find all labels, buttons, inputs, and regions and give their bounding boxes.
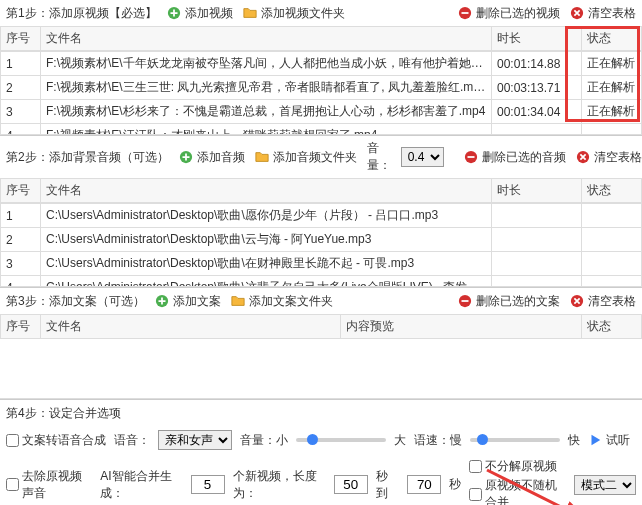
no-split-checkbox[interactable]: 不分解原视频: [469, 458, 566, 475]
plus-icon: [155, 294, 169, 308]
volume-select[interactable]: 0.4: [401, 147, 444, 167]
ai-gen-label: AI智能合并生成：: [100, 468, 182, 502]
tts-checkbox[interactable]: 文案转语音合成: [6, 432, 106, 449]
table-row[interactable]: 4F:\视频素材\E\汪汪队：才刚来山上，猫咪莉莉就想回家了.mp4: [1, 124, 642, 136]
clear-icon: [570, 6, 584, 20]
table-row[interactable]: 1C:\Users\Administrator\Desktop\歌曲\愿你仍是少…: [1, 204, 642, 228]
folder-icon: [231, 294, 245, 308]
audio-table-header: 序号 文件名 时长 状态: [0, 178, 642, 203]
step4-section: 第4步：设定合并选项 文案转语音合成 语音： 亲和女声 音量：小 大 语速：慢 …: [0, 400, 642, 505]
ai-count-input[interactable]: [191, 475, 225, 494]
col-dur[interactable]: 时长: [492, 27, 582, 51]
clear-audio-table-button[interactable]: 清空表格: [576, 149, 642, 166]
clear-icon: [570, 294, 584, 308]
step4-toolbar: 第4步：设定合并选项: [0, 400, 642, 426]
add-video-folder-button[interactable]: 添加视频文件夹: [243, 5, 345, 22]
folder-icon: [255, 150, 269, 164]
table-row[interactable]: 1F:\视频素材\E\千年妖龙龙南被夺坠落凡间，人人都把他当成小妖，唯有他护着她…: [1, 52, 642, 76]
step4-label: 第4步：设定合并选项: [6, 405, 121, 422]
step1-section: 第1步：添加原视频【必选】 添加视频 添加视频文件夹 删除已选的视频 清空表格 …: [0, 0, 642, 136]
preview-button[interactable]: 试听: [588, 432, 630, 449]
clear-text-table-button[interactable]: 清空表格: [570, 293, 636, 310]
add-video-button[interactable]: 添加视频: [167, 5, 233, 22]
table-row[interactable]: 3F:\视频素材\E\杉杉来了：不愧是霸道总裁，首尾拥抱让人心动，杉杉都害羞了.…: [1, 100, 642, 124]
delete-selected-video-label: 删除已选的视频: [476, 5, 560, 22]
col-name[interactable]: 文件名: [41, 27, 492, 51]
video-table-body[interactable]: 1F:\视频素材\E\千年妖龙龙南被夺坠落凡间，人人都把他当成小妖，唯有他护着她…: [0, 51, 642, 135]
len-to-input[interactable]: [407, 475, 441, 494]
delete-icon: [458, 6, 472, 20]
voice-label: 语音：: [114, 432, 150, 449]
step1-label: 第1步：添加原视频【必选】: [6, 5, 157, 22]
step3-label: 第3步：添加文案（可选）: [6, 293, 145, 310]
delete-selected-audio-button[interactable]: 删除已选的音频: [464, 149, 566, 166]
plus-icon: [179, 150, 193, 164]
delete-selected-video-button[interactable]: 删除已选的视频: [458, 5, 560, 22]
table-row[interactable]: 2C:\Users\Administrator\Desktop\歌曲\云与海 -…: [1, 228, 642, 252]
add-video-label: 添加视频: [185, 5, 233, 22]
text-table-header: 序号 文件名 内容预览 状态: [0, 314, 642, 339]
add-audio-folder-button[interactable]: 添加音频文件夹: [255, 149, 357, 166]
play-icon: [588, 433, 602, 447]
step4-row1: 文案转语音合成 语音： 亲和女声 音量：小 大 语速：慢 快 试听: [0, 426, 642, 454]
add-video-folder-label: 添加视频文件夹: [261, 5, 345, 22]
clear-video-table-label: 清空表格: [588, 5, 636, 22]
speed-label: 语速：慢: [414, 432, 462, 449]
tts-speed-slider[interactable]: [470, 438, 560, 442]
step2-toolbar: 第2步：添加背景音频（可选） 添加音频 添加音频文件夹 音量： 0.4 删除已选…: [0, 136, 642, 178]
video-table-header: 序号 文件名 时长 状态: [0, 26, 642, 51]
step3-toolbar: 第3步：添加文案（可选） 添加文案 添加文案文件夹 删除已选的文案 清空表格: [0, 288, 642, 314]
col-idx[interactable]: 序号: [1, 27, 41, 51]
no-random-checkbox[interactable]: 原视频不随机合并: [469, 477, 566, 505]
delete-selected-text-button[interactable]: 删除已选的文案: [458, 293, 560, 310]
table-row[interactable]: 4C:\Users\Administrator\Desktop\歌曲\这辈子欠自…: [1, 276, 642, 288]
text-table-body[interactable]: [0, 339, 642, 399]
clear-video-table-button[interactable]: 清空表格: [570, 5, 636, 22]
tts-vol-label: 音量：小: [240, 432, 288, 449]
remove-orig-audio-checkbox[interactable]: 去除原视频声音: [6, 468, 92, 502]
step3-section: 第3步：添加文案（可选） 添加文案 添加文案文件夹 删除已选的文案 清空表格 序…: [0, 288, 642, 400]
add-text-folder-button[interactable]: 添加文案文件夹: [231, 293, 333, 310]
step2-label: 第2步：添加背景音频（可选）: [6, 149, 169, 166]
voice-select[interactable]: 亲和女声: [158, 430, 232, 450]
len-from-input[interactable]: [334, 475, 368, 494]
tts-volume-slider[interactable]: [296, 438, 386, 442]
add-audio-button[interactable]: 添加音频: [179, 149, 245, 166]
table-row[interactable]: 3C:\Users\Administrator\Desktop\歌曲\在财神殿里…: [1, 252, 642, 276]
clear-icon: [576, 150, 590, 164]
volume-label: 音量：: [367, 140, 391, 174]
step1-toolbar: 第1步：添加原视频【必选】 添加视频 添加视频文件夹 删除已选的视频 清空表格: [0, 0, 642, 26]
delete-icon: [464, 150, 478, 164]
add-text-button[interactable]: 添加文案: [155, 293, 221, 310]
delete-icon: [458, 294, 472, 308]
table-row[interactable]: 2F:\视频素材\E\三生三世: 凤九光索擅见帝君，帝者眼睛都看直了, 凤九羞羞…: [1, 76, 642, 100]
plus-icon: [167, 6, 181, 20]
col-status[interactable]: 状态: [582, 27, 642, 51]
svg-marker-9: [592, 435, 601, 446]
mode-select[interactable]: 模式二: [574, 475, 636, 495]
folder-icon: [243, 6, 257, 20]
audio-table-body[interactable]: 1C:\Users\Administrator\Desktop\歌曲\愿你仍是少…: [0, 203, 642, 287]
step4-row2: 去除原视频声音 AI智能合并生成： 个新视频，长度为： 秒 到 秒 不分解原视频…: [0, 454, 642, 505]
step2-section: 第2步：添加背景音频（可选） 添加音频 添加音频文件夹 音量： 0.4 删除已选…: [0, 136, 642, 288]
